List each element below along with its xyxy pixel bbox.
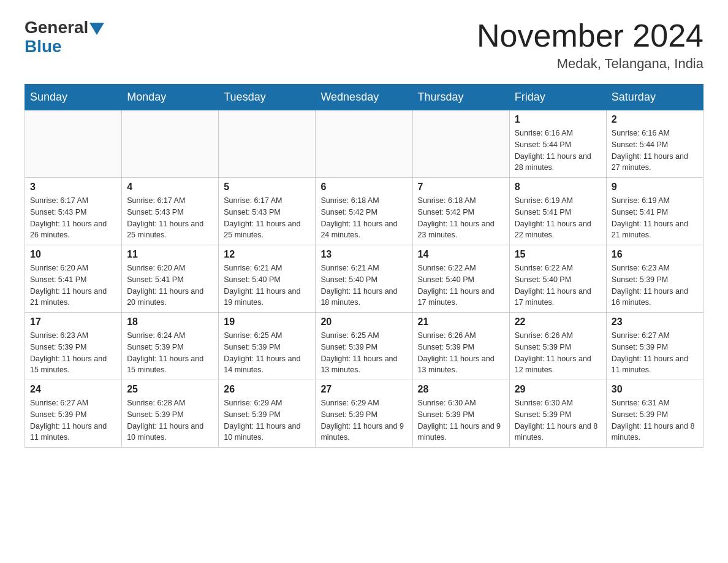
calendar-cell: 10Sunrise: 6:20 AMSunset: 5:41 PMDayligh… [25,245,122,313]
week-row-4: 17Sunrise: 6:23 AMSunset: 5:39 PMDayligh… [25,313,703,380]
calendar-cell [316,110,412,178]
col-saturday: Saturday [606,85,703,110]
day-number: 12 [224,249,310,260]
calendar-cell: 29Sunrise: 6:30 AMSunset: 5:39 PMDayligh… [509,380,606,448]
day-number: 16 [612,249,698,260]
day-info: Sunrise: 6:22 AMSunset: 5:40 PMDaylight:… [418,262,504,308]
col-tuesday: Tuesday [219,85,316,110]
calendar-cell: 17Sunrise: 6:23 AMSunset: 5:39 PMDayligh… [25,313,122,380]
logo-blue-text: Blue [25,37,62,56]
day-info: Sunrise: 6:26 AMSunset: 5:39 PMDaylight:… [418,330,504,376]
day-number: 19 [224,316,310,327]
day-info: Sunrise: 6:16 AMSunset: 5:44 PMDaylight:… [612,128,698,174]
calendar-cell [122,110,219,178]
calendar-cell: 19Sunrise: 6:25 AMSunset: 5:39 PMDayligh… [219,313,316,380]
calendar-cell: 30Sunrise: 6:31 AMSunset: 5:39 PMDayligh… [606,380,703,448]
day-number: 4 [127,182,213,193]
calendar-cell: 4Sunrise: 6:17 AMSunset: 5:43 PMDaylight… [122,178,219,245]
calendar-cell: 21Sunrise: 6:26 AMSunset: 5:39 PMDayligh… [412,313,509,380]
day-number: 11 [127,249,213,260]
day-info: Sunrise: 6:18 AMSunset: 5:42 PMDaylight:… [320,195,407,241]
day-info: Sunrise: 6:26 AMSunset: 5:39 PMDaylight:… [515,330,601,376]
col-wednesday: Wednesday [316,85,412,110]
day-info: Sunrise: 6:21 AMSunset: 5:40 PMDaylight:… [224,262,310,308]
calendar-cell: 20Sunrise: 6:25 AMSunset: 5:39 PMDayligh… [316,313,412,380]
day-info: Sunrise: 6:21 AMSunset: 5:40 PMDaylight:… [320,262,407,308]
day-number: 29 [515,384,601,395]
calendar-cell: 12Sunrise: 6:21 AMSunset: 5:40 PMDayligh… [219,245,316,313]
calendar-table: Sunday Monday Tuesday Wednesday Thursday… [25,84,703,448]
day-number: 7 [418,182,504,193]
day-number: 14 [418,249,504,260]
day-number: 1 [515,114,601,125]
logo-general-text: General [25,18,88,37]
day-number: 26 [224,384,310,395]
calendar-cell: 27Sunrise: 6:29 AMSunset: 5:39 PMDayligh… [316,380,412,448]
day-number: 18 [127,316,213,327]
col-sunday: Sunday [25,85,122,110]
week-row-5: 24Sunrise: 6:27 AMSunset: 5:39 PMDayligh… [25,380,703,448]
calendar-cell: 8Sunrise: 6:19 AMSunset: 5:41 PMDaylight… [509,178,606,245]
day-number: 15 [515,249,601,260]
day-info: Sunrise: 6:29 AMSunset: 5:39 PMDaylight:… [320,397,407,443]
calendar-cell: 16Sunrise: 6:23 AMSunset: 5:39 PMDayligh… [606,245,703,313]
day-info: Sunrise: 6:16 AMSunset: 5:44 PMDaylight:… [515,128,601,174]
calendar-cell [25,110,122,178]
week-row-2: 3Sunrise: 6:17 AMSunset: 5:43 PMDaylight… [25,178,703,245]
day-number: 27 [320,384,407,395]
calendar-cell: 9Sunrise: 6:19 AMSunset: 5:41 PMDaylight… [606,178,703,245]
day-info: Sunrise: 6:27 AMSunset: 5:39 PMDaylight:… [612,330,698,376]
day-info: Sunrise: 6:30 AMSunset: 5:39 PMDaylight:… [515,397,601,443]
day-info: Sunrise: 6:25 AMSunset: 5:39 PMDaylight:… [224,330,310,376]
day-info: Sunrise: 6:22 AMSunset: 5:40 PMDaylight:… [515,262,601,308]
day-info: Sunrise: 6:28 AMSunset: 5:39 PMDaylight:… [127,397,213,443]
day-info: Sunrise: 6:31 AMSunset: 5:39 PMDaylight:… [612,397,698,443]
day-number: 24 [30,384,116,395]
week-row-1: 1Sunrise: 6:16 AMSunset: 5:44 PMDaylight… [25,110,703,178]
col-friday: Friday [509,85,606,110]
day-info: Sunrise: 6:29 AMSunset: 5:39 PMDaylight:… [224,397,310,443]
calendar-cell: 11Sunrise: 6:20 AMSunset: 5:41 PMDayligh… [122,245,219,313]
day-info: Sunrise: 6:23 AMSunset: 5:39 PMDaylight:… [30,330,116,376]
calendar-cell: 15Sunrise: 6:22 AMSunset: 5:40 PMDayligh… [509,245,606,313]
day-number: 22 [515,316,601,327]
day-number: 30 [612,384,698,395]
logo: General Blue [25,18,104,56]
day-info: Sunrise: 6:24 AMSunset: 5:39 PMDaylight:… [127,330,213,376]
calendar-cell: 25Sunrise: 6:28 AMSunset: 5:39 PMDayligh… [122,380,219,448]
day-number: 23 [612,316,698,327]
calendar-cell: 2Sunrise: 6:16 AMSunset: 5:44 PMDaylight… [606,110,703,178]
day-info: Sunrise: 6:17 AMSunset: 5:43 PMDaylight:… [30,195,116,241]
day-info: Sunrise: 6:17 AMSunset: 5:43 PMDaylight:… [224,195,310,241]
day-info: Sunrise: 6:17 AMSunset: 5:43 PMDaylight:… [127,195,213,241]
calendar-cell: 26Sunrise: 6:29 AMSunset: 5:39 PMDayligh… [219,380,316,448]
day-number: 6 [320,182,407,193]
calendar-cell: 6Sunrise: 6:18 AMSunset: 5:42 PMDaylight… [316,178,412,245]
calendar-cell: 14Sunrise: 6:22 AMSunset: 5:40 PMDayligh… [412,245,509,313]
calendar-cell: 13Sunrise: 6:21 AMSunset: 5:40 PMDayligh… [316,245,412,313]
title-block: November 2024 Medak, Telangana, India [477,18,703,72]
day-number: 21 [418,316,504,327]
col-monday: Monday [122,85,219,110]
day-info: Sunrise: 6:30 AMSunset: 5:39 PMDaylight:… [418,397,504,443]
calendar-cell [412,110,509,178]
day-info: Sunrise: 6:19 AMSunset: 5:41 PMDaylight:… [515,195,601,241]
calendar-cell: 28Sunrise: 6:30 AMSunset: 5:39 PMDayligh… [412,380,509,448]
logo-top-line: General [25,18,104,37]
calendar-cell [219,110,316,178]
day-info: Sunrise: 6:27 AMSunset: 5:39 PMDaylight:… [30,397,116,443]
day-number: 5 [224,182,310,193]
day-number: 13 [320,249,407,260]
week-row-3: 10Sunrise: 6:20 AMSunset: 5:41 PMDayligh… [25,245,703,313]
day-number: 3 [30,182,116,193]
calendar-cell: 5Sunrise: 6:17 AMSunset: 5:43 PMDaylight… [219,178,316,245]
month-title: November 2024 [477,18,703,53]
day-info: Sunrise: 6:18 AMSunset: 5:42 PMDaylight:… [418,195,504,241]
calendar-cell: 18Sunrise: 6:24 AMSunset: 5:39 PMDayligh… [122,313,219,380]
calendar-cell: 3Sunrise: 6:17 AMSunset: 5:43 PMDaylight… [25,178,122,245]
day-number: 25 [127,384,213,395]
day-number: 17 [30,316,116,327]
day-number: 8 [515,182,601,193]
day-info: Sunrise: 6:20 AMSunset: 5:41 PMDaylight:… [30,262,116,308]
day-info: Sunrise: 6:19 AMSunset: 5:41 PMDaylight:… [612,195,698,241]
